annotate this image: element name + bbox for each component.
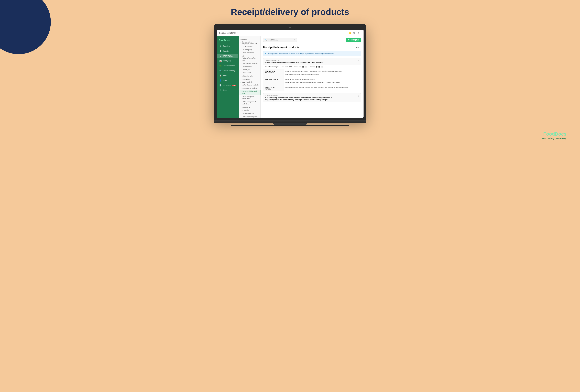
nav-item-2-1[interactable]: 2.1 General info (239, 45, 261, 48)
preventive-measure-1: Remove food from outer/secondary packagi… (286, 70, 359, 73)
bell-icon[interactable]: 🔔 (348, 31, 351, 34)
app-container: FoodDocs' Kitchen ▾ 🔔 ⚙ ▾ FoodDocs (217, 30, 364, 118)
sidebar-item-documents[interactable]: 📄 Documents NEW (217, 83, 238, 88)
nav-item-3-4[interactable]: 3.4 Preparing non-animal prod... (239, 95, 261, 100)
hazard-card-1-header-content: POTENTIAL HAZARD Cross-contamination bet… (265, 59, 324, 63)
corrective-action-row: CORRECTIVE ACTION Dispose of any ready-t… (263, 85, 361, 91)
footer-brand-part2: Docs (555, 131, 567, 136)
likelihood-dots (301, 66, 307, 68)
nav-item-3-2[interactable]: 3.2 Storage of products (239, 87, 261, 90)
nav-item-2-5[interactable]: 2.5 Production volumes (239, 62, 261, 65)
nav-item-3-1[interactable]: 3.1 Purchase of products (239, 83, 261, 87)
nav-section-general-chevron: ▾ (240, 42, 241, 44)
content-area: 🔍 ✕ Confirm plan Receipt/delivery of pro… (261, 36, 364, 118)
sidebar-item-audits[interactable]: 📋 Audits (217, 73, 238, 78)
page-title: Receipt/delivery of products (231, 7, 349, 17)
gear-icon[interactable]: ⚙ (353, 31, 356, 34)
laptop-body: FoodDocs' Kitchen ▾ 🔔 ⚙ ▾ FoodDocs (214, 24, 366, 120)
reports-icon: 📋 (219, 50, 222, 52)
nav-title-page[interactable]: Title Page (239, 38, 261, 41)
sidebar-item-haccp[interactable]: ☑ HACCP plan (217, 54, 238, 58)
hazard-1-meta: Type: Microbiological Risk level: PRP Li… (263, 65, 361, 69)
sidebar-item-setup[interactable]: ⚙ Setup (217, 88, 238, 93)
search-icon: 🔍 (265, 39, 267, 41)
hazard-card-1-header: POTENTIAL HAZARD Cross-contamination bet… (263, 58, 361, 65)
likelihood-dot-3 (305, 66, 306, 68)
sidebar-item-setup-label: Setup (223, 89, 227, 91)
activity-icon: 📊 (219, 60, 222, 62)
laptop-base (214, 120, 366, 123)
likelihood-dot-1 (301, 66, 303, 68)
nav-item-3-7[interactable]: 3.7 Cooling (239, 109, 261, 112)
haccp-icon: ☑ (219, 55, 222, 57)
sidebar-item-audits-label: Audits (223, 75, 227, 77)
critical-limit-2: Make sure that there is no outer or seco… (286, 81, 359, 84)
critical-limits-content: Observe and supervise separation practic… (284, 77, 361, 85)
sidebar-item-activity[interactable]: 📊 Activity Log (217, 59, 238, 63)
nav-section-general-label: General data of company/business unit (242, 41, 259, 44)
nav-item-2-4[interactable]: 2.4 Produced/served/sold food (239, 54, 261, 62)
hazard-1-potential-label: POTENTIAL HAZARD (265, 59, 324, 61)
documents-badge: NEW (232, 85, 236, 86)
sidebar-item-food-traceability[interactable]: 🔍 Food traceability (217, 68, 238, 73)
hazard-2-potential-label: POTENTIAL HAZARD (265, 95, 333, 96)
hazard-card-1: POTENTIAL HAZARD Cross-contamination bet… (263, 58, 361, 91)
nav-item-2-9[interactable]: 2.9 Location plan (239, 74, 261, 78)
setup-icon: ⚙ (219, 89, 222, 91)
hazard-1-risk-value: PRP (289, 66, 291, 68)
nav-item-2-6[interactable]: 2.6 Ingredients (239, 65, 261, 68)
nav-item-3-3[interactable]: 3.3 Receipt/delivery of produ... (239, 90, 261, 95)
search-input-wrap[interactable]: 🔍 ✕ (263, 38, 297, 42)
sidebar-item-activity-label: Activity Log (223, 60, 231, 62)
confirm-plan-button[interactable]: Confirm plan (346, 38, 361, 42)
nav-item-2-2[interactable]: 2.2 Work group (239, 48, 261, 51)
nav-item-2-8[interactable]: 2.8 Flow chart (239, 71, 261, 74)
hazard-1-type: Type: Microbiological (265, 66, 279, 68)
deco-circle (0, 0, 51, 54)
nav-item-3-8[interactable]: 3.8 Deep-freezing (239, 112, 261, 115)
nav-item-3-9[interactable]: 3.9 Serving/selling food within ... (239, 115, 261, 118)
audits-icon: 📋 (219, 74, 222, 77)
nav-item-2-7[interactable]: 2.7 Analyses (239, 68, 261, 71)
hazard-1-type-value: Microbiological (269, 66, 279, 68)
hazard-2-chevron-icon[interactable]: ∧ (357, 95, 359, 97)
hazard-1-severity: Severity (310, 66, 323, 68)
severity-dots (316, 66, 323, 68)
laptop-stand (273, 123, 307, 125)
footer-brand-part1: Food (543, 131, 555, 136)
nav-panel: Title Page ▾ General data of company/bus… (239, 36, 261, 118)
top-bar: FoodDocs' Kitchen ▾ 🔔 ⚙ ▾ (217, 30, 364, 36)
sidebar-item-food-production[interactable]: 🌿 Food production (217, 63, 238, 68)
food-traceability-icon: 🔍 (219, 70, 222, 72)
sidebar-item-reports[interactable]: 📋 Reports (217, 49, 238, 53)
hazard-1-chevron-icon[interactable]: ∧ (357, 59, 359, 62)
severity-dot-4 (320, 66, 322, 68)
search-clear-icon[interactable]: ✕ (294, 39, 295, 41)
hazard-1-risk-label: Risk level: (282, 66, 288, 68)
likelihood-dot-2 (303, 66, 304, 68)
sidebar-item-reports-label: Reports (223, 50, 229, 52)
search-input[interactable] (268, 39, 293, 41)
expand-icon[interactable]: ▾ (358, 31, 361, 34)
severity-dot-2 (317, 66, 319, 68)
laptop-screen: FoodDocs' Kitchen ▾ 🔔 ⚙ ▾ FoodDocs (217, 30, 364, 118)
sidebar-item-team[interactable]: 👤 Team (217, 78, 238, 83)
nav-section-general[interactable]: ▾ General data of company/business unit (239, 41, 261, 45)
sidebar-item-overview[interactable]: ⊕ Overview (217, 44, 238, 48)
nav-item-3-5[interactable]: 3.5 Preparing animal products... (239, 100, 261, 106)
overview-icon: ⊕ (219, 45, 222, 47)
team-icon: 👤 (219, 79, 222, 82)
nav-item-2-10[interactable]: 2.10 Layouts (239, 78, 261, 81)
topbar-chevron-icon[interactable]: ▾ (237, 32, 238, 34)
food-production-icon: 🌿 (219, 65, 222, 67)
edit-button[interactable]: Edit (354, 46, 361, 49)
location-label[interactable]: FoodDocs' Kitchen (219, 32, 236, 34)
sidebar-item-food-production-label: Food production (223, 65, 235, 67)
hazard-card-2: POTENTIAL HAZARD If the quantity of deli… (263, 93, 361, 102)
nav-item-2-3[interactable]: 2.3 Process steps (239, 51, 261, 54)
footer-brand: FoodDocs Food safety made easy (542, 131, 567, 140)
nav-item-3-6[interactable]: 3.6 Cooking (239, 106, 261, 109)
content-body: Receipt/delivery of products Edit ℹ The … (261, 43, 364, 118)
nav-section-hazard[interactable]: ▾ Hazard analysis (239, 81, 261, 83)
hazard-card-2-header-content: POTENTIAL HAZARD If the quantity of deli… (265, 95, 333, 101)
